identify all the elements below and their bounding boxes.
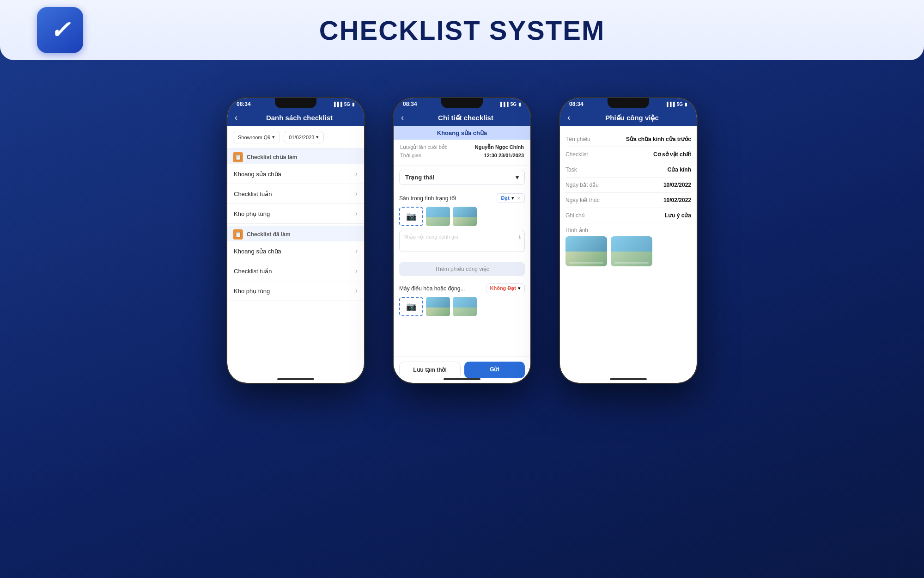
chevron-down-icon: ▾ (511, 195, 514, 201)
phieu-field-0: Tên phiếu (565, 136, 590, 142)
nav-title-2: Chi tiết checklist (408, 114, 523, 122)
detail-scroll: Sàn trong tình trạng tốt Đạt ▾ ✕ 📷 (394, 189, 530, 357)
section-label-2: Checklist đã làm (247, 231, 291, 238)
photo-thumb-3 (426, 297, 450, 316)
time-1: 08:34 (237, 101, 251, 107)
list-item-da-1[interactable]: Khoang sửa chữa › (227, 241, 364, 261)
item-1-label: Sàn trong tình trạng tốt (399, 195, 456, 202)
chevron-icon: ▾ (516, 174, 519, 181)
detail-info: Lưu/gửi lần cuối bởi: Nguyễn Ngọc Chính … (394, 140, 530, 166)
chevron-right-icon: › (355, 287, 358, 295)
list-item-da-3[interactable]: Kho phụ tùng › (227, 281, 364, 301)
photo-row-2: 📷 (399, 297, 525, 316)
notch-1 (275, 98, 316, 108)
phieu-value-4: 10/02/2022 (663, 197, 691, 203)
section-header-2: 📋 Checklist đã làm (227, 226, 364, 241)
signal-icon-3: ▐▐▐ (665, 102, 675, 107)
phieu-row-2: Task Cửa kính (565, 162, 691, 178)
photo-thumb-1 (426, 207, 450, 226)
trang-thai-dropdown[interactable]: Trạng thái ▾ (399, 170, 525, 185)
chevron-right-icon: › (355, 170, 358, 178)
phieu-field-1: Checklist (565, 151, 588, 158)
luu-gui-label: Lưu/gửi lần cuối bởi: (400, 144, 447, 150)
thoi-gian-value: 12:30 23/01/2023 (484, 153, 524, 159)
camera-icon[interactable]: 📷 (399, 207, 423, 226)
item-2-header: Máy điều hòa hoặc động... Không Đạt ▾ (399, 283, 525, 293)
signal-icon-1: ▐▐▐ (332, 102, 342, 107)
clipboard-icon-2: 📋 (235, 231, 242, 238)
text-input-1[interactable]: Nhập nội dung đánh giá ℹ (399, 230, 525, 252)
logo-letter: ✓ (50, 16, 70, 44)
signal-icon-2: ▐▐▐ (498, 102, 508, 107)
nav-bar-1: ‹ Danh sách checklist (227, 109, 364, 126)
phieu-value-3: 10/02/2022 (663, 182, 691, 188)
section-label-1: Checklist chưa làm (247, 154, 297, 160)
chevron-right-icon: › (355, 267, 358, 275)
section-icon-2: 📋 (233, 229, 243, 240)
battery-icon-2: ▮ (518, 102, 521, 107)
phone-1-screen: 08:34 ▐▐▐ 5G ▮ ‹ Danh sách checklist Sho… (227, 98, 364, 383)
time-2: 08:34 (403, 101, 417, 107)
info-row-time: Thời gian 12:30 23/01/2023 (400, 153, 524, 159)
phieu-value-5: Lưu ý cửa (665, 212, 691, 219)
list-item-chua-3[interactable]: Kho phụ tùng › (227, 204, 364, 224)
gui-button[interactable]: Gửi (464, 362, 525, 378)
phieu-field-5: Ghi chú (565, 212, 584, 219)
nav-title-3: Phiếu công việc (575, 114, 689, 122)
add-phieu-btn[interactable]: Thêm phiếu công việc (399, 262, 525, 276)
chevron-right-icon: › (355, 209, 358, 218)
camera-icon-2[interactable]: 📷 (399, 297, 423, 316)
hinh-anh-label: Hình ảnh (565, 223, 691, 236)
chevron-right-icon: › (355, 190, 358, 198)
chevron-down-icon-2: ▾ (316, 134, 319, 140)
item-2-status-badge[interactable]: Không Đạt ▾ (486, 283, 525, 293)
phieu-row-5: Ghi chú Lưu ý cửa (565, 208, 691, 223)
scroll-area-1: 📋 Checklist chưa làm Khoang sửa chữa › C… (227, 148, 364, 383)
item-text: Khoang sửa chữa (234, 171, 281, 178)
phieu-value-0: Sửa chữa kính cửa trước (626, 136, 691, 142)
status-icons-3: ▐▐▐ 5G ▮ (665, 102, 687, 107)
battery-icon-3: ▮ (685, 102, 687, 107)
hinh-anh-2 (611, 236, 652, 266)
input-placeholder: Nhập nội dung đánh giá (403, 234, 458, 240)
list-item-chua-2[interactable]: Checklist tuần › (227, 184, 364, 204)
list-item-da-2[interactable]: Checklist tuần › (227, 261, 364, 281)
phieu-content: Tên phiếu Sửa chữa kính cửa trước Checkl… (560, 126, 697, 383)
home-indicator-2 (444, 378, 480, 380)
back-btn-1[interactable]: ‹ (235, 113, 237, 123)
section-icon-1: 📋 (233, 152, 243, 162)
list-item-chua-1[interactable]: Khoang sửa chữa › (227, 164, 364, 184)
home-indicator-1 (277, 378, 314, 380)
phone-3: 08:34 ▐▐▐ 5G ▮ ‹ Phiếu công việc Tên phi… (559, 97, 698, 384)
phieu-value-2: Cửa kính (668, 166, 691, 173)
info-row-luu: Lưu/gửi lần cuối bởi: Nguyễn Ngọc Chính (400, 144, 524, 150)
network-1: 5G (344, 102, 350, 107)
location-filter[interactable]: Showroom Q9 ▾ (233, 131, 280, 143)
back-btn-3[interactable]: ‹ (567, 113, 570, 123)
time-3: 08:34 (569, 101, 584, 107)
back-btn-2[interactable]: ‹ (401, 113, 404, 123)
luu-button[interactable]: Lưu tạm thời (399, 362, 461, 378)
item-1-header: Sàn trong tình trạng tốt Đạt ▾ ✕ (399, 193, 525, 203)
date-filter[interactable]: 01/02/2023 ▾ (284, 131, 324, 143)
item-text: Checklist tuần (234, 191, 272, 197)
item-text: Kho phụ tùng (234, 210, 270, 217)
close-icon: ✕ (517, 196, 521, 201)
checklist-item-2: Máy điều hòa hoặc động... Không Đạt ▾ 📷 (394, 279, 530, 325)
khoang-section-title: Khoang sửa chữa (394, 126, 530, 140)
item-1-status: Đạt (501, 195, 510, 201)
phone-1: 08:34 ▐▐▐ 5G ▮ ‹ Danh sách checklist Sho… (226, 97, 365, 384)
item-1-status-badge[interactable]: Đạt ▾ ✕ (497, 193, 525, 203)
filter-bar: Showroom Q9 ▾ 01/02/2023 ▾ (227, 126, 364, 148)
item-text: Checklist tuần (234, 268, 272, 275)
phone-2: 08:34 ▐▐▐ 5G ▮ ‹ Chi tiết checklist Khoa… (393, 97, 531, 384)
battery-icon-1: ▮ (352, 102, 355, 107)
clipboard-icon-1: 📋 (235, 154, 242, 160)
item-2-status: Không Đạt (490, 285, 516, 291)
notch-3 (608, 98, 649, 108)
checklist-item-1: Sàn trong tình trạng tốt Đạt ▾ ✕ 📷 (394, 189, 530, 257)
chevron-down-icon-2: ▾ (518, 285, 521, 291)
nav-title-1: Danh sách checklist (242, 114, 357, 122)
phone-2-screen: 08:34 ▐▐▐ 5G ▮ ‹ Chi tiết checklist Khoa… (394, 98, 530, 383)
photo-thumb-2 (453, 207, 477, 226)
